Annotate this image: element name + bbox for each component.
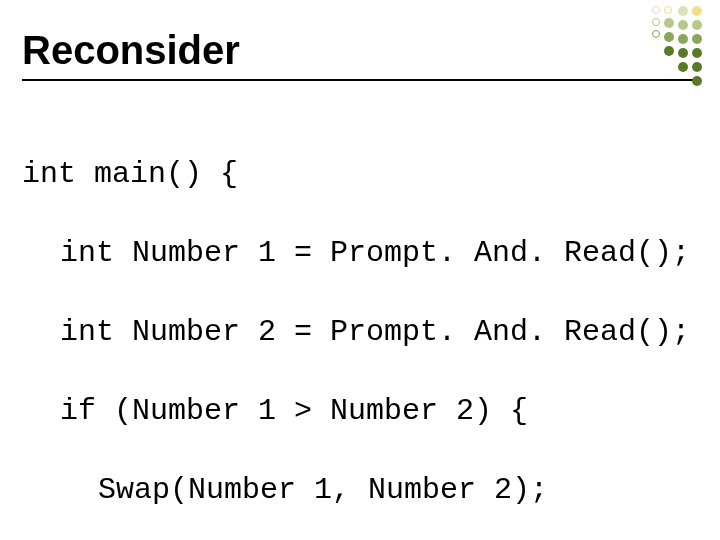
deco-dot [652,18,660,26]
deco-dot [664,46,674,56]
deco-dot [652,30,660,38]
deco-col [678,6,688,86]
code-line: Swap(Number 1, Number 2); [22,471,698,511]
deco-dot [664,6,672,14]
deco-dot [678,20,688,30]
deco-dot [678,34,688,44]
deco-dot [692,48,702,58]
deco-dot [678,6,688,16]
deco-dot [692,76,702,86]
deco-dot [652,6,660,14]
title-wrap: Reconsider [22,28,698,81]
slide-title: Reconsider [22,28,698,73]
deco-dot [678,48,688,58]
deco-col [652,6,660,86]
code-line: int main() { [22,155,698,195]
deco-dot [692,20,702,30]
code-line: if (Number 1 > Number 2) { [22,392,698,432]
deco-dot [692,6,702,16]
deco-dot [692,34,702,44]
deco-col [692,6,702,86]
deco-dot [664,32,674,42]
corner-decoration [652,6,702,86]
code-block: int main() { int Number 1 = Prompt. And.… [22,115,698,540]
deco-col [664,6,674,86]
deco-dot [678,62,688,72]
code-line: int Number 1 = Prompt. And. Read(); [22,234,698,274]
deco-dot [664,18,674,28]
code-line: int Number 2 = Prompt. And. Read(); [22,313,698,353]
deco-dot [692,62,702,72]
